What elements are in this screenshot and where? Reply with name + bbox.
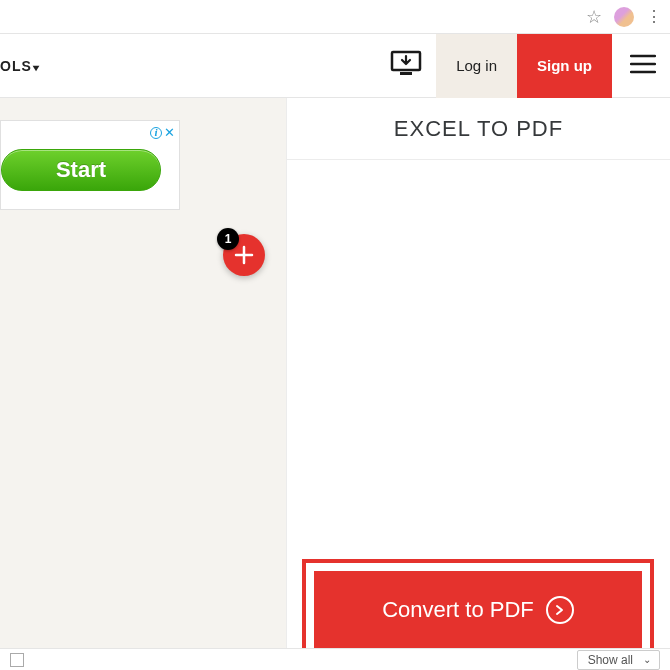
signup-button[interactable]: Sign up bbox=[517, 34, 612, 98]
tools-dropdown[interactable]: OLS▾ bbox=[0, 58, 40, 74]
arrow-right-circle-icon bbox=[546, 596, 574, 624]
browser-toolbar: ☆ ⋮ bbox=[0, 0, 670, 34]
ad-close-icon[interactable]: ✕ bbox=[164, 125, 175, 140]
ad-controls: i ✕ bbox=[150, 125, 175, 140]
right-panel: EXCEL TO PDF Convert to PDF bbox=[287, 98, 670, 670]
left-panel: i ✕ Start 1 bbox=[0, 98, 287, 670]
bookmark-star-icon[interactable]: ☆ bbox=[586, 6, 602, 28]
caret-down-icon: ▾ bbox=[33, 62, 40, 73]
ad-start-button[interactable]: Start bbox=[1, 149, 161, 191]
file-count-badge: 1 bbox=[217, 228, 239, 250]
download-bar: Show all ⌄ bbox=[0, 648, 670, 670]
plus-icon bbox=[234, 245, 254, 265]
download-item-icon[interactable] bbox=[10, 653, 24, 667]
show-all-button[interactable]: Show all ⌄ bbox=[577, 650, 660, 670]
profile-avatar-icon[interactable] bbox=[614, 7, 634, 27]
ad-container: i ✕ Start bbox=[0, 120, 180, 210]
kebab-menu-icon[interactable]: ⋮ bbox=[646, 7, 660, 26]
svg-rect-1 bbox=[400, 72, 412, 75]
convert-highlight-box: Convert to PDF bbox=[302, 559, 654, 661]
tools-label: OLS bbox=[0, 58, 32, 74]
ad-info-icon[interactable]: i bbox=[150, 127, 162, 139]
hamburger-menu-icon[interactable] bbox=[630, 54, 656, 78]
app-header: OLS▾ Log in Sign up bbox=[0, 34, 670, 98]
chevron-down-icon: ⌄ bbox=[643, 654, 651, 665]
convert-label: Convert to PDF bbox=[382, 597, 534, 623]
page-title: EXCEL TO PDF bbox=[287, 98, 670, 160]
add-file-button[interactable]: 1 bbox=[223, 234, 265, 276]
convert-to-pdf-button[interactable]: Convert to PDF bbox=[314, 571, 642, 649]
desktop-download-icon[interactable] bbox=[390, 50, 422, 82]
login-button[interactable]: Log in bbox=[436, 34, 517, 98]
